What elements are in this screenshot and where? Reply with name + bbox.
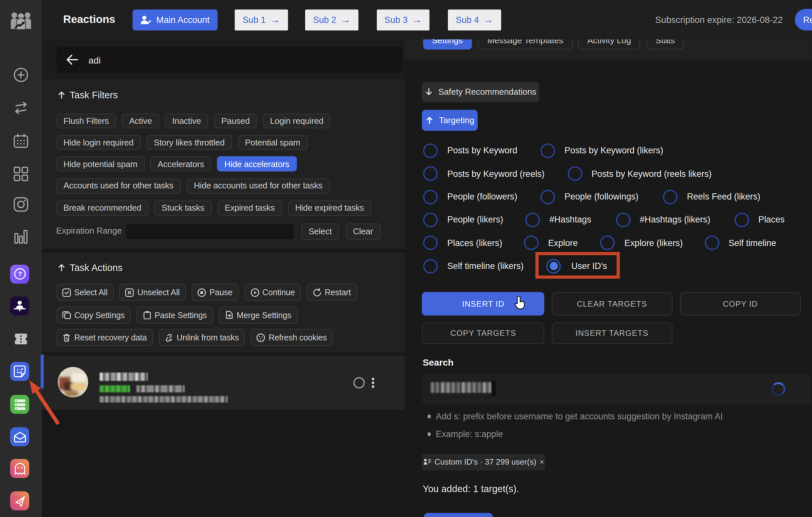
svg-text:?: ? bbox=[18, 270, 22, 278]
